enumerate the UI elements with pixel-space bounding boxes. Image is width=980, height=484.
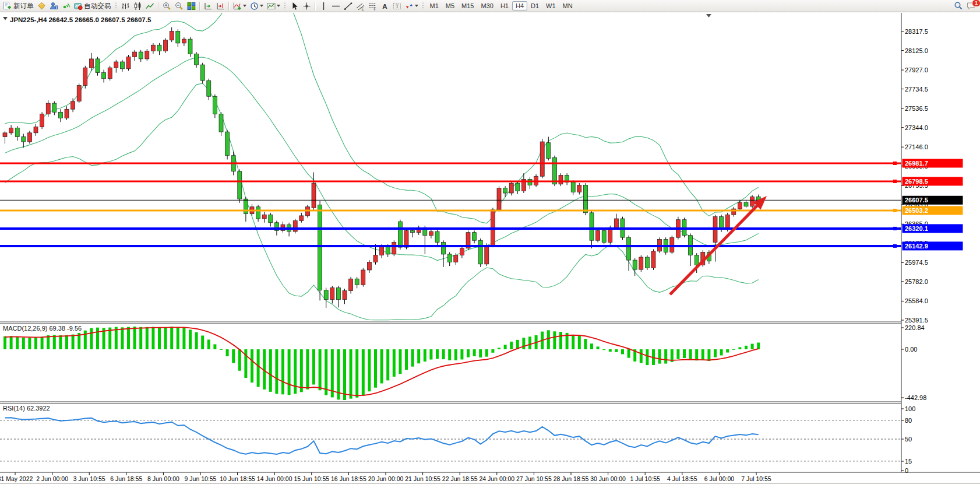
crosshair-tool-button[interactable] — [301, 1, 313, 12]
svg-text:26503.2: 26503.2 — [905, 207, 928, 214]
macd-pane-series — [3, 327, 760, 400]
chart-shift-icon — [216, 2, 225, 10]
toolbar-grip[interactable] — [422, 2, 425, 10]
zoom-in-button[interactable] — [161, 1, 173, 12]
indicators-dropdown-caret — [243, 5, 246, 7]
tab-timeframe-h4[interactable]: H4 — [512, 1, 527, 10]
templates-button[interactable] — [265, 1, 282, 12]
tab-timeframe-d1[interactable]: D1 — [527, 1, 542, 10]
market-watch-button[interactable] — [36, 1, 48, 12]
svg-text:27344.0: 27344.0 — [905, 124, 928, 131]
fibonacci-tool-button[interactable]: F — [366, 1, 379, 12]
svg-text:15: 15 — [905, 458, 912, 465]
chart-canvas[interactable]: 28317.528125.027927.027734.527536.527344… — [0, 12, 980, 484]
signals-button[interactable] — [60, 1, 72, 12]
svg-text:8 Jun 00:00: 8 Jun 00:00 — [147, 475, 179, 482]
search-button[interactable] — [952, 1, 965, 12]
periods-button[interactable] — [248, 1, 265, 12]
auto-scroll-button[interactable] — [202, 1, 214, 12]
templates-dropdown-caret — [277, 5, 280, 7]
tile-windows-icon — [187, 2, 196, 10]
line-chart-mode-button[interactable] — [144, 1, 156, 12]
svg-text:26320.1: 26320.1 — [905, 225, 928, 232]
signal-icon — [62, 2, 70, 10]
svg-text:6 Jun 18:55: 6 Jun 18:55 — [110, 475, 142, 482]
horizontal-line-tool-button[interactable] — [330, 1, 342, 12]
trendline-icon — [344, 2, 352, 10]
text-label-tool-button[interactable]: T — [391, 1, 403, 12]
gold-gem-icon — [37, 2, 46, 10]
autotrade-button[interactable]: 自动交易 — [72, 1, 113, 12]
svg-text:28 Jun 18:55: 28 Jun 18:55 — [554, 475, 589, 482]
svg-text:25782.0: 25782.0 — [905, 278, 928, 285]
template-icon — [267, 2, 276, 10]
svg-text:28317.5: 28317.5 — [905, 28, 928, 35]
bollinger-bands — [5, 12, 759, 320]
time-axis[interactable]: 31 May 20222 Jun 00:003 Jun 10:556 Jun 1… — [0, 472, 771, 482]
candlestick-series — [3, 27, 760, 308]
zoom-out-icon — [175, 2, 184, 10]
tab-timeframe-m1[interactable]: M1 — [426, 1, 442, 10]
svg-text:10 Jun 18:55: 10 Jun 18:55 — [220, 475, 255, 482]
text-tool-button[interactable]: A — [379, 1, 391, 12]
text-label-icon: T — [393, 2, 401, 10]
svg-text:4 Jul 18:55: 4 Jul 18:55 — [667, 475, 697, 482]
svg-text:22 Jun 18:55: 22 Jun 18:55 — [442, 475, 478, 482]
equidistant-channel-icon: E — [356, 2, 365, 10]
svg-text:30 Jun 00:00: 30 Jun 00:00 — [590, 475, 626, 482]
candlestick-mode-button[interactable] — [132, 1, 144, 12]
tile-windows-button[interactable] — [185, 1, 198, 12]
ohlc-bars-icon — [121, 2, 130, 10]
svg-text:15 Jun 10:55: 15 Jun 10:55 — [294, 475, 329, 482]
svg-text:E: E — [361, 6, 364, 10]
arrows-tool-button[interactable] — [403, 1, 420, 12]
svg-text:26798.5: 26798.5 — [905, 178, 928, 185]
svg-text:21 Jun 10:55: 21 Jun 10:55 — [405, 475, 440, 482]
indicators-button[interactable] — [231, 1, 248, 12]
candlestick-icon — [133, 2, 142, 10]
notification-badge: 1 — [972, 0, 980, 7]
svg-text:220.84: 220.84 — [905, 324, 925, 331]
notifications-button[interactable]: 1 — [965, 1, 978, 12]
fibonacci-icon: F — [368, 2, 377, 10]
trendline-tool-button[interactable] — [342, 1, 354, 12]
vertical-line-tool-button[interactable] — [318, 1, 330, 12]
symbol-dropdown-icon[interactable] — [3, 17, 8, 20]
bar-chart-mode-button[interactable] — [119, 1, 132, 12]
arrows-icon — [405, 2, 414, 10]
chart-shift-button[interactable] — [214, 1, 227, 12]
svg-text:9 Jun 10:55: 9 Jun 10:55 — [185, 475, 217, 482]
autotrade-icon — [74, 2, 83, 10]
svg-text:25974.5: 25974.5 — [905, 259, 928, 266]
new-order-label: 新订单 — [13, 2, 34, 10]
zoom-out-button[interactable] — [173, 1, 185, 12]
tab-timeframe-mn[interactable]: MN — [559, 1, 576, 10]
tab-timeframe-m30[interactable]: M30 — [477, 1, 496, 10]
tab-timeframe-w1[interactable]: W1 — [542, 1, 559, 10]
symbol-ohlc-title: JPN225-,H4 26642.5 26665.0 26607.5 26607… — [10, 16, 151, 23]
svg-text:20 Jun 00:00: 20 Jun 00:00 — [368, 475, 404, 482]
vertical-line-icon — [319, 2, 328, 10]
cursor-tool-button[interactable] — [288, 1, 301, 12]
line-chart-icon — [146, 2, 154, 10]
horizontal-levels[interactable] — [0, 162, 901, 248]
toolbar-grip[interactable] — [284, 2, 287, 10]
tab-timeframe-h1[interactable]: H1 — [497, 1, 512, 10]
toolbar-grip[interactable] — [115, 2, 118, 10]
accounts-button[interactable] — [48, 1, 60, 12]
svg-text:24 Jun 00:00: 24 Jun 00:00 — [479, 475, 514, 482]
svg-text:100: 100 — [905, 405, 915, 412]
svg-text:26981.7: 26981.7 — [905, 160, 928, 167]
tab-timeframe-m5[interactable]: M5 — [442, 1, 458, 10]
svg-text:27146.0: 27146.0 — [905, 143, 928, 150]
macd-label: MACD(12,26,9) 69.38 -9.56 — [3, 325, 82, 332]
new-order-button[interactable]: 新订单 — [1, 1, 36, 12]
autotrade-label: 自动交易 — [84, 2, 111, 10]
svg-text:16 Jun 18:55: 16 Jun 18:55 — [331, 475, 366, 482]
rsi-label: RSI(14) 62.3922 — [3, 405, 50, 412]
channel-tool-button[interactable]: E — [354, 1, 366, 12]
svg-text:14 Jun 00:00: 14 Jun 00:00 — [257, 475, 292, 482]
tab-timeframe-m15[interactable]: M15 — [458, 1, 477, 10]
chart-shift-marker[interactable] — [706, 14, 711, 17]
price-axis[interactable]: 28317.528125.027927.027734.527536.527344… — [901, 28, 928, 474]
